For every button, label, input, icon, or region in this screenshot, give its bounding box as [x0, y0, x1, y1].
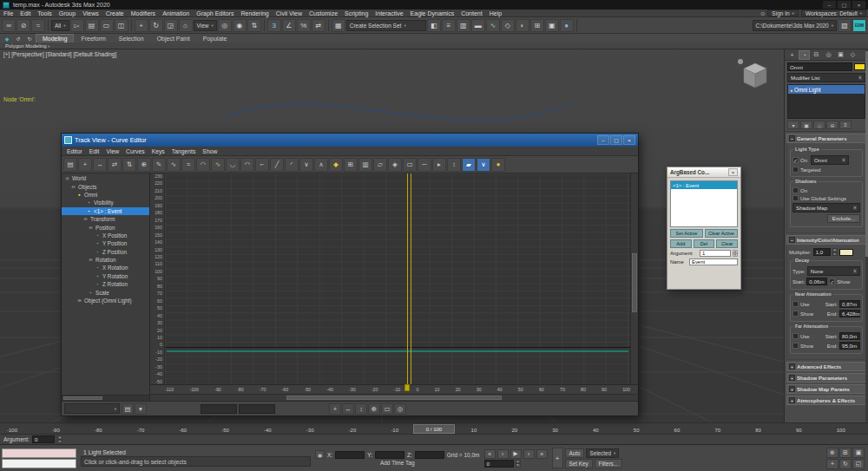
minimize-button[interactable]: – [823, 1, 836, 9]
macro-recorder-line[interactable] [2, 448, 76, 458]
bind-to-space-warp-icon[interactable]: ≈ [31, 19, 45, 32]
menu-item[interactable]: Civil View [273, 10, 306, 16]
select-object-icon[interactable]: ▻ [70, 19, 84, 32]
menu-item[interactable]: View [102, 148, 122, 154]
zoom-icon[interactable]: ⊕ [826, 448, 838, 458]
schematic-view-icon[interactable]: ◇ [501, 19, 515, 32]
named-selection-sets-dropdown[interactable]: Create Selection Set [346, 20, 426, 31]
select-and-manipulate-icon[interactable]: ◉ [233, 19, 247, 32]
event-track-curve[interactable] [167, 350, 628, 352]
time-slider[interactable]: 0 / 100 [413, 424, 455, 434]
buffer-curves-icon[interactable]: ▱ [373, 158, 387, 172]
rollout-intensity-color-attenuation[interactable]: Intensity/Color/Attenuation [786, 235, 866, 245]
time-cursor[interactable] [407, 173, 408, 384]
scale-keys-icon[interactable]: ⇄ [108, 158, 122, 172]
zoom-all-icon[interactable]: ⊞ [839, 448, 852, 458]
use-global-settings-checkbox[interactable] [792, 195, 799, 201]
menu-item[interactable]: Animation [159, 10, 193, 16]
filters-icon[interactable]: ▤ [63, 158, 77, 172]
play-animation-icon[interactable]: ▶ [510, 449, 522, 459]
select-and-place-icon[interactable]: ⌂ [179, 19, 193, 32]
toggle-ribbon-icon[interactable]: ▬ [471, 19, 485, 32]
tree-item-z-rotation[interactable]: ▪ Z Rotation [62, 280, 149, 288]
ribbon-tab[interactable]: Modeling [36, 34, 74, 43]
argument-list[interactable]: <1> : Event [670, 180, 738, 227]
set-tangents-spline-icon[interactable]: ∿ [211, 158, 225, 172]
tree-item-y-position[interactable]: ▪ Y Position [62, 239, 149, 247]
material-editor-icon[interactable]: ◐ [516, 19, 529, 32]
menu-item[interactable]: Group [56, 10, 79, 16]
near-show-checkbox[interactable] [792, 311, 799, 317]
pan-icon[interactable]: + [826, 459, 838, 469]
set-key-button[interactable]: Set Key [565, 459, 593, 468]
curve-editor-canvas[interactable] [165, 173, 630, 384]
align-icon[interactable]: ≡ [442, 19, 456, 32]
zoom-value-extents-icon[interactable]: ↕ [355, 403, 367, 415]
clear-button[interactable]: Clear [716, 239, 738, 248]
zoom-horizontal-extents-icon[interactable]: ↔ [342, 403, 354, 415]
break-tangents-icon[interactable]: ∨ [299, 158, 313, 172]
decay-type-dropdown[interactable]: None [807, 266, 860, 276]
object-name-field[interactable]: Omni [787, 62, 852, 71]
edm-icon[interactable]: EDM [852, 19, 866, 32]
zoom-tool-icon[interactable]: ⊕ [368, 403, 380, 415]
rollout-header[interactable]: Shadow Parameters [786, 373, 866, 383]
menu-item[interactable]: Modifiers [128, 10, 159, 16]
create-tab-icon[interactable]: + [786, 50, 798, 60]
parameter-out-of-range-icon[interactable]: ▥ [358, 158, 372, 172]
reference-coordinate-dropdown[interactable]: View [194, 20, 217, 31]
close-button[interactable]: × [852, 1, 865, 9]
selected-key-value-field[interactable] [239, 404, 275, 414]
active-tool-icon[interactable]: ▰ [462, 158, 476, 172]
menu-item[interactable]: Curves [122, 148, 148, 154]
unlink-selection-icon[interactable]: ⊘ [16, 19, 30, 32]
menu-item[interactable]: Help [486, 10, 505, 16]
argument-field[interactable]: 1 [700, 250, 731, 257]
menu-item[interactable]: Show [199, 148, 220, 154]
argument-spinner[interactable] [57, 435, 62, 443]
del-button[interactable]: Del [694, 239, 715, 248]
coordinate-y-field[interactable] [375, 451, 404, 459]
expand-icon[interactable] [789, 386, 795, 392]
remove-modifier-icon[interactable]: ⊖ [826, 121, 838, 129]
multiplier-spinner[interactable] [832, 248, 838, 256]
tree-item-transform[interactable]: ⊟ Transform [62, 215, 149, 223]
current-frame-field[interactable]: 0 [484, 460, 514, 468]
menu-item[interactable]: Create [102, 10, 128, 16]
curve-horizontal-scrollbar[interactable] [150, 394, 638, 401]
collapse-icon[interactable] [789, 135, 795, 141]
selected-dropdown[interactable]: Selected [586, 448, 619, 458]
go-to-start-icon[interactable]: « [484, 449, 496, 459]
zoom-extents-icon[interactable]: ▣ [852, 448, 865, 458]
time-ruler-marker[interactable] [404, 384, 410, 391]
use-pivot-point-center-icon[interactable]: ◎ [218, 19, 232, 32]
clear-active-button[interactable]: Clear Active [705, 229, 738, 238]
make-unique-icon[interactable]: ◇ [813, 121, 825, 129]
sign-in-button[interactable]: Sign In [767, 10, 799, 16]
menu-item[interactable]: Tools [34, 10, 55, 16]
decay-start-field[interactable]: 0,06m [806, 278, 827, 285]
set-active-button[interactable]: Set Active [670, 229, 703, 238]
angle-snap-icon[interactable]: ∠ [282, 19, 296, 32]
region-keys-tool-icon[interactable]: ▭ [403, 158, 417, 172]
menu-item[interactable]: File [0, 10, 16, 16]
render-production-icon[interactable]: ● [560, 19, 574, 32]
lock-tangents-icon[interactable]: ◆ [329, 158, 343, 172]
edit-track-set-icon[interactable]: ▤ [122, 403, 134, 415]
close-button[interactable]: × [623, 135, 635, 145]
key-filters-button[interactable]: Filters... [595, 459, 622, 468]
move-keys-icon[interactable]: + [78, 158, 92, 172]
workspaces-dropdown[interactable]: Workspaces: Default [801, 10, 866, 16]
far-use-checkbox[interactable] [792, 333, 799, 339]
modifier-list-dropdown[interactable]: Modifier List [787, 73, 865, 82]
menu-item[interactable]: Content [457, 10, 486, 16]
menu-item[interactable]: Edit [86, 148, 103, 154]
shadows-on-checkbox[interactable] [792, 187, 799, 193]
maxscript-mini-listener[interactable] [2, 448, 76, 468]
selected-key-time-field[interactable] [201, 404, 237, 414]
filter-selected-tracks-icon[interactable]: ▾ [135, 403, 147, 415]
scale-values-icon[interactable]: ⇅ [122, 158, 136, 172]
menu-item[interactable]: Customize [306, 10, 341, 16]
near-end-field[interactable]: 6,428m [839, 310, 860, 317]
snap-frames-icon[interactable]: ⊞ [344, 158, 358, 172]
